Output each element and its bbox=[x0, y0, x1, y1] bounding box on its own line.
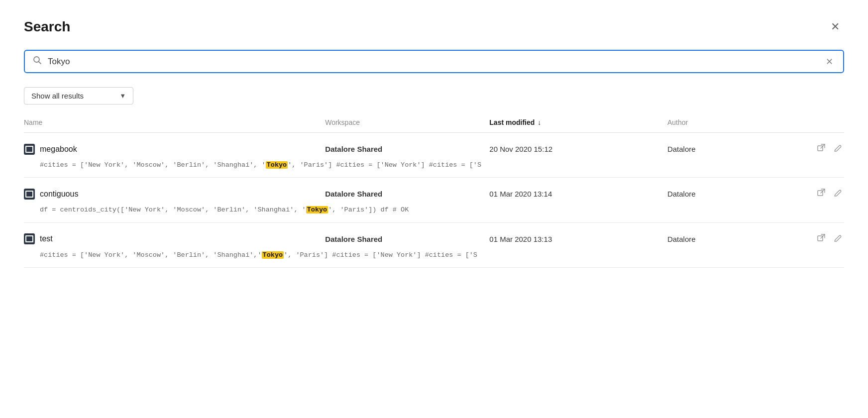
result-main-2: test Datalore Shared 01 Mar 2020 13:13 D… bbox=[24, 232, 844, 246]
sort-desc-icon: ↓ bbox=[538, 118, 541, 126]
chevron-down-icon: ▼ bbox=[119, 92, 126, 100]
result-author: Datalore bbox=[667, 190, 804, 198]
search-icon bbox=[33, 56, 42, 67]
result-snippet: #cities = ['New York', 'Moscow', 'Berlin… bbox=[24, 160, 804, 170]
open-external-button[interactable] bbox=[815, 232, 827, 246]
result-workspace: Datalore Shared bbox=[325, 190, 489, 198]
search-highlight: Tokyo bbox=[266, 161, 288, 169]
result-actions bbox=[804, 187, 844, 201]
notebook-icon bbox=[24, 144, 35, 155]
svg-rect-2 bbox=[818, 146, 823, 151]
result-name: contiguous bbox=[24, 189, 325, 200]
result-name-label: megabook bbox=[40, 145, 77, 154]
result-actions bbox=[804, 232, 844, 246]
search-clear-button[interactable]: ✕ bbox=[824, 56, 835, 67]
table-row: contiguous Datalore Shared 01 Mar 2020 1… bbox=[24, 178, 844, 222]
edit-button[interactable] bbox=[832, 187, 844, 201]
open-external-button[interactable] bbox=[815, 142, 827, 156]
svg-rect-4 bbox=[818, 191, 823, 196]
search-bar: ✕ bbox=[24, 50, 844, 73]
result-date: 20 Nov 2020 15:12 bbox=[489, 145, 667, 153]
search-highlight: Tokyo bbox=[306, 206, 328, 213]
col-name: Name bbox=[24, 118, 325, 126]
col-last-modified[interactable]: Last modified ↓ bbox=[489, 118, 667, 126]
search-modal: Search ✕ ✕ Show all results ▼ Name Works… bbox=[0, 0, 868, 286]
result-workspace: Datalore Shared bbox=[325, 145, 489, 153]
result-name: megabook bbox=[24, 144, 325, 155]
clear-icon: ✕ bbox=[826, 57, 833, 67]
table-header: Name Workspace Last modified ↓ Author bbox=[24, 118, 844, 133]
result-main-1: contiguous Datalore Shared 01 Mar 2020 1… bbox=[24, 187, 844, 201]
result-date: 01 Mar 2020 13:14 bbox=[489, 190, 667, 198]
result-name-label: contiguous bbox=[40, 190, 78, 199]
close-icon: ✕ bbox=[831, 20, 840, 33]
result-name: test bbox=[24, 233, 325, 244]
col-author: Author bbox=[667, 118, 804, 126]
result-main-0: megabook Datalore Shared 20 Nov 2020 15:… bbox=[24, 142, 844, 156]
notebook-icon bbox=[24, 189, 35, 200]
result-snippet: df = centroids_city(['New York', 'Moscow… bbox=[24, 205, 804, 215]
result-snippet: #cities = ['New York', 'Moscow', 'Berlin… bbox=[24, 250, 804, 260]
search-highlight: Tokyo bbox=[262, 251, 284, 259]
svg-rect-6 bbox=[818, 236, 823, 241]
result-author: Datalore bbox=[667, 145, 804, 153]
result-name-label: test bbox=[40, 234, 53, 243]
open-external-button[interactable] bbox=[815, 187, 827, 201]
filter-dropdown[interactable]: Show all results ▼ bbox=[24, 87, 133, 104]
filter-label: Show all results bbox=[31, 92, 84, 100]
results-container: megabook Datalore Shared 20 Nov 2020 15:… bbox=[24, 133, 844, 268]
result-actions bbox=[804, 142, 844, 156]
result-date: 01 Mar 2020 13:13 bbox=[489, 235, 667, 243]
edit-button[interactable] bbox=[832, 142, 844, 156]
table-row: megabook Datalore Shared 20 Nov 2020 15:… bbox=[24, 133, 844, 178]
table-row: test Datalore Shared 01 Mar 2020 13:13 D… bbox=[24, 223, 844, 268]
svg-line-1 bbox=[39, 62, 41, 64]
notebook-icon bbox=[24, 233, 35, 244]
modal-title: Search bbox=[24, 19, 70, 35]
result-workspace: Datalore Shared bbox=[325, 235, 489, 243]
modal-header: Search ✕ bbox=[24, 18, 844, 36]
col-workspace: Workspace bbox=[325, 118, 489, 126]
edit-button[interactable] bbox=[832, 232, 844, 246]
close-button[interactable]: ✕ bbox=[826, 18, 844, 36]
result-author: Datalore bbox=[667, 235, 804, 243]
search-input[interactable] bbox=[48, 57, 824, 67]
